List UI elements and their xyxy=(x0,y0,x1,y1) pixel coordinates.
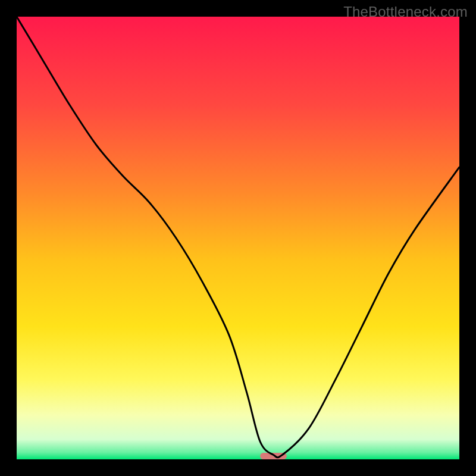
chart-plot-area xyxy=(17,17,459,459)
chart-svg xyxy=(17,17,459,459)
chart-frame: TheBottleneck.com xyxy=(0,0,476,476)
watermark-text: TheBottleneck.com xyxy=(343,4,468,20)
gradient-background xyxy=(17,17,459,459)
